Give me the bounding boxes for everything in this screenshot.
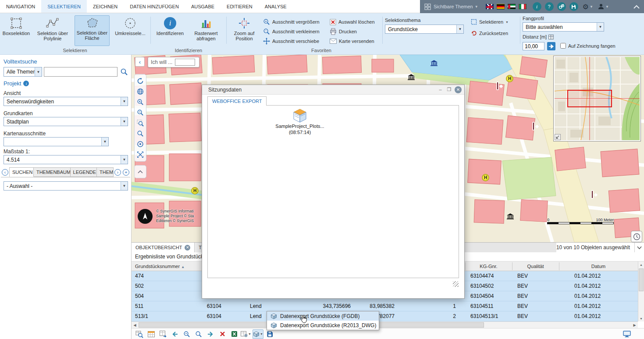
settings-gear-icon[interactable]: ⚙▼ [583,3,593,11]
ausschnitt-vergroessern-button[interactable]: Ausschnitt vergrößern [263,18,320,26]
tab-objektuebersicht[interactable]: OBJEKTÜBERSICHT ✕ [132,243,195,252]
projekt-header[interactable]: Projekt i [4,80,29,87]
screen-view-icon[interactable] [622,329,632,339]
center-map-icon[interactable] [135,139,146,149]
refresh-icon[interactable] [135,76,146,86]
overview-map-canvas[interactable] [555,57,640,140]
resize-grip[interactable] [453,281,459,287]
tab-weboffice-export[interactable]: WEBOFFICE EXPORT [207,96,267,106]
tab-them[interactable]: THEM [97,167,114,177]
hotel-marker[interactable]: H [482,174,489,181]
ich-will-box[interactable]: Ich will ... [148,57,199,67]
scroll-up-icon[interactable]: ▲ [638,261,644,268]
globe-icon[interactable] [135,86,146,97]
menu-zeichnen[interactable]: ZEICHNEN [87,0,124,13]
excel-export-icon[interactable] [229,329,239,339]
data-export-button[interactable]: ▼ [253,329,263,339]
next-record-icon[interactable] [205,329,216,339]
zoom-to-selection-icon[interactable] [134,329,145,339]
zoom-window-icon[interactable] [193,329,204,339]
drucken-button[interactable]: Drucken [330,27,357,36]
export-file-item[interactable]: SampleProject_Plots... (08:57:14) [264,108,336,135]
ansicht-select[interactable]: Sehenswürdigkeiten ▼ [4,97,128,106]
volltextsuche-title[interactable]: Volltextsuche [4,58,37,65]
tabs-add-icon[interactable]: + [123,169,129,176]
ich-will-input[interactable] [175,59,195,66]
selektieren-menu-button[interactable]: Selektieren ▼ [471,18,509,26]
poi-diamond-marker[interactable] [533,123,534,130]
horizontal-scrollbar[interactable]: ◀ ▶ [132,321,638,328]
dialog-titlebar[interactable]: Sitzungsdaten – ❐ ✕ [202,85,464,95]
ausschnitt-verkleinern-button[interactable]: Ausschnitt verkleinern [263,27,320,36]
flag-german-icon[interactable] [497,4,505,9]
overview-map[interactable] [553,56,641,141]
menu-ausgabe[interactable]: AUSGABE [185,0,221,13]
museum-marker[interactable] [408,74,415,81]
flag-arabic-icon[interactable] [508,4,516,9]
poi-diamond-marker[interactable] [592,191,593,198]
zoom-auf-position-button[interactable]: Zoom auf Position [229,16,260,41]
museum-marker-blue[interactable] [431,60,438,67]
time-slider-button[interactable] [631,231,642,242]
menu-selektieren[interactable]: SELEKTIEREN [41,0,87,13]
tab-themenbaum[interactable]: THEMENBAUM [34,167,71,177]
auswahl-loeschen-button[interactable]: Auswahl löschen [330,18,375,26]
user-icon[interactable]: ▼ [598,3,609,10]
vertical-scrollbar[interactable]: ▲ ▼ [638,261,644,321]
auf-zeichnung-fangen-checkbox[interactable] [560,43,566,49]
museum-marker[interactable] [507,213,514,221]
karte-versenden-button[interactable]: Karte versenden [330,37,374,46]
menu-item-datenexport-fgdb[interactable]: Datenexport Grundstücke (FGDB) [267,311,379,321]
remove-selection-icon[interactable] [217,329,228,339]
zoom-window-icon[interactable] [135,128,146,139]
selektionsthema-select[interactable]: Grundstücke ▼ [385,25,464,34]
tabs-scroll-right-icon[interactable]: › [114,169,121,176]
hotel-marker[interactable]: H [506,75,513,82]
export-table-icon[interactable] [158,329,168,339]
menu-editieren[interactable]: EDITIEREN [221,0,259,13]
apply-distance-button[interactable] [547,42,555,50]
collapse-header-icon[interactable] [633,5,640,9]
boxselektion-button[interactable]: Boxselektion [2,16,31,36]
tabs-scroll-left-icon[interactable]: ‹ [2,169,8,176]
collapse-sidebar-button[interactable]: ‹ [135,57,145,67]
grundkarten-select[interactable]: Stadtplan ▼ [4,117,128,126]
close-icon[interactable]: ✕ [185,245,190,251]
visible-themes-label[interactable]: Sichtbare Themen [434,4,473,9]
table-settings-icon[interactable]: ▼ [241,329,251,339]
zoom-out-icon[interactable] [181,329,192,339]
close-icon[interactable]: ✕ [455,86,462,93]
poi-diamond-marker[interactable] [497,82,498,89]
menu-navigation[interactable]: NAVIGATION [0,0,41,13]
scroll-right-icon[interactable]: ▶ [631,322,638,328]
vertical-scroll-thumb[interactable] [639,268,644,291]
scroll-down-icon[interactable]: ▼ [638,315,644,321]
table-row[interactable]: 51163104Lend343,73569683,985382163104511… [132,301,644,311]
restore-icon[interactable]: ❐ [446,87,452,93]
fulltext-search-input[interactable] [44,67,117,77]
help-icon[interactable]: ? [545,2,554,11]
tab-suchen[interactable]: SUCHEN [9,167,34,177]
chevron-down-icon[interactable]: ▼ [475,5,478,9]
visible-themes-icon[interactable] [424,4,431,10]
link-icon[interactable] [557,2,566,11]
minimize-icon[interactable]: – [437,87,444,93]
selektion-flaeche-button[interactable]: Selektion über Fläche [75,15,110,46]
menu-daten-hinzufuegen[interactable]: DATEN HINZUFÜGEN [124,0,185,13]
zoom-out-icon[interactable] [135,107,146,118]
zoom-in-icon[interactable] [135,97,146,107]
collapse-tools-icon[interactable] [135,166,146,177]
selektion-polylinie-button[interactable]: Selektion über Polylinie [32,16,73,41]
info-icon[interactable]: i [533,2,541,11]
flag-italian-icon[interactable] [519,4,527,9]
identifizieren-button[interactable]: i Identifizieren [153,16,187,36]
rasterwert-button[interactable]: Rasterwert abfragen [189,16,224,41]
table-row[interactable]: 513/163104Lend4.782077263104513/1BEV01.0… [132,311,644,321]
column-header-qualitaet[interactable]: Qualität [512,261,559,271]
scroll-left-icon[interactable]: ◀ [132,322,138,328]
hotel-marker[interactable]: H [191,187,199,194]
ausschnitt-verschieben-button[interactable]: Ausschnitt verschiebe [263,37,319,46]
zoom-extent-icon[interactable] [135,118,146,128]
theme-filter-select[interactable]: Alle Themen ▼ [4,67,42,77]
distanz-input[interactable] [523,42,544,50]
